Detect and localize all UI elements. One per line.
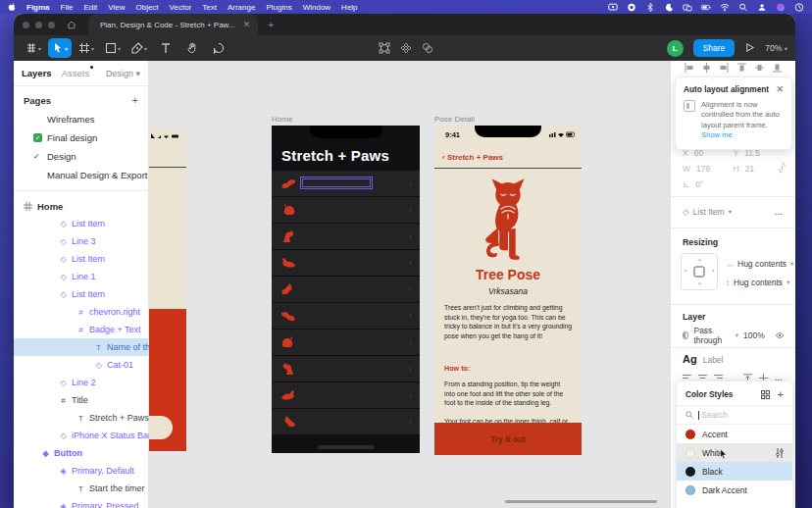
minimize-window-button[interactable] [35,22,42,28]
layer-home-frame[interactable]: Home [14,197,148,215]
visibility-eye-icon[interactable] [776,331,784,339]
app-icon[interactable] [627,3,636,12]
comment-tool-button[interactable] [207,38,230,58]
add-page-button[interactable]: + [132,94,138,106]
pose-list-item[interactable]: › [272,277,420,302]
text-tool-button[interactable] [154,38,178,58]
align-left-icon[interactable] [685,63,693,73]
page-item-wireframes[interactable]: Wireframes [14,110,148,128]
instance-selector[interactable]: ◇ List Item ▾ … [671,204,795,220]
constrain-proportions-icon[interactable] [779,162,786,174]
layer-item-chevron-right[interactable]: #chevron.right [14,303,148,321]
menu-edit[interactable]: Edit [83,3,97,12]
align-bottom-icon[interactable] [773,63,782,73]
shape-tool-button[interactable]: ▾ [101,38,125,58]
blend-mode-select[interactable]: Pass through [693,326,730,345]
frame-label-pose-detail[interactable]: Pose Detail [434,115,475,124]
share-button[interactable]: Share [693,39,736,57]
menu-text[interactable]: Text [202,3,217,12]
frame-tool-button[interactable]: ▾ [75,38,98,58]
page-item-manual-design-export[interactable]: Manual Design & Export [14,166,148,184]
user-switch-icon[interactable] [757,3,767,12]
resizing-widget[interactable]: ⌄ ⌃ › ‹ [681,253,718,290]
main-menu-button[interactable]: ▾ [22,38,45,58]
align-h-center-icon[interactable] [702,63,711,73]
layer-item-cat-01[interactable]: ◇Cat-01 [14,356,148,374]
layer-item-list-item[interactable]: ◇List Item [14,215,148,232]
pose-list-item[interactable]: › [272,197,420,223]
rotation-field[interactable]: ⊾0° [683,179,734,189]
layer-item-line-1[interactable]: ◇Line 1 [14,268,148,285]
pose-list-item[interactable]: › [272,330,420,355]
close-window-button[interactable] [23,22,29,28]
pose-list-item[interactable]: › [272,250,420,276]
display-icon[interactable] [608,3,618,12]
page-item-final-design[interactable]: ✓Final design [14,128,148,147]
color-style-accent[interactable]: Accent [677,425,792,443]
new-tab-button[interactable]: + [268,20,274,30]
bluetooth-icon[interactable] [645,3,655,12]
menu-object[interactable]: Object [135,3,158,12]
layer-item-button[interactable]: ◈Button [14,444,148,462]
pose-detail-frame[interactable]: 9:41 ‹ Stretch + Paws [434,126,582,453]
move-tool-button[interactable]: ▾ [48,38,72,58]
layer-item-start-the-timer[interactable]: TStart the timer [14,480,148,497]
pose-list-item[interactable]: › [272,382,420,408]
blend-mode-icon[interactable] [683,331,688,339]
clock-icon[interactable] [794,3,804,12]
create-component-icon[interactable] [400,42,412,54]
align-top-icon[interactable] [737,63,746,73]
home-frame[interactable]: Stretch + Paws ›››››››››› [272,126,420,453]
edit-object-icon[interactable] [379,42,390,54]
layer-item-line-2[interactable]: ◇Line 2 [14,374,148,391]
siri-icon[interactable] [776,3,786,12]
horizontal-scrollbar[interactable] [505,500,657,503]
pose-list-item[interactable]: › [272,356,420,381]
screen-mirroring-icon[interactable] [683,3,692,12]
hand-tool-button[interactable] [180,38,204,58]
canvas[interactable]: Home Stretch + Paws ›››››››››› Pose Deta… [149,61,670,508]
layer-item-primary-pressed[interactable]: ◈Primary, Pressed [14,497,148,508]
layer-item-list-item[interactable]: ◇List Item [14,250,148,268]
width-field[interactable]: W176 [683,164,734,174]
mode-select[interactable]: Design ▾ [106,69,140,78]
vertical-resizing-select[interactable]: ↕ Hug contents ▾ [726,278,789,287]
close-popup-icon[interactable]: ✕ [776,84,784,94]
use-as-mask-icon[interactable] [422,42,433,54]
present-button[interactable] [744,39,755,57]
traffic-lights[interactable] [23,22,55,28]
zoom-level-select[interactable]: 70% ▾ [765,43,787,53]
pose-list-item[interactable]: › [272,224,420,249]
avatar[interactable]: L [667,40,684,57]
file-tab[interactable]: Plan, Design & Code - Stretch + Paw... ✕ [88,14,258,35]
pose-list-item[interactable]: › [272,409,420,434]
opacity-field[interactable]: 100% [743,330,765,340]
edit-style-icon[interactable] [776,448,784,458]
tab-layers[interactable]: Layers [22,68,52,78]
grid-view-icon[interactable] [761,390,770,399]
focus-moon-icon[interactable] [664,3,674,12]
partial-frame-top[interactable] [149,127,186,309]
color-style-black[interactable]: Black [677,462,792,481]
text-style-row[interactable]: Ag Label [683,353,723,365]
layer-item-name-of-the-pose[interactable]: TName of the pose [14,338,148,356]
wifi-icon[interactable] [720,3,730,12]
pose-list-item[interactable]: › [272,303,420,329]
style-search-input[interactable]: Search [677,405,792,425]
back-link[interactable]: ‹ Stretch + Paws [442,153,503,162]
close-tab-icon[interactable]: ✕ [243,20,251,29]
horizontal-resizing-select[interactable]: ↔ Hug contents ▾ [726,259,793,269]
align-v-center-icon[interactable] [755,63,764,73]
add-style-button[interactable]: + [778,388,784,400]
height-field[interactable]: H21 [734,164,785,174]
menu-view[interactable]: View [108,3,125,12]
layer-item-primary-default[interactable]: ◈Primary, Default [14,462,148,480]
frame-label-home[interactable]: Home [272,115,292,124]
pose-list-item[interactable]: › [272,171,420,196]
apple-logo-icon[interactable] [8,3,17,12]
zoom-window-button[interactable] [48,22,55,28]
home-icon[interactable] [67,21,76,29]
menu-plugins[interactable]: Plugins [266,3,291,12]
color-style-white[interactable]: White [677,443,792,462]
layer-item-title[interactable]: #Title [14,391,148,409]
